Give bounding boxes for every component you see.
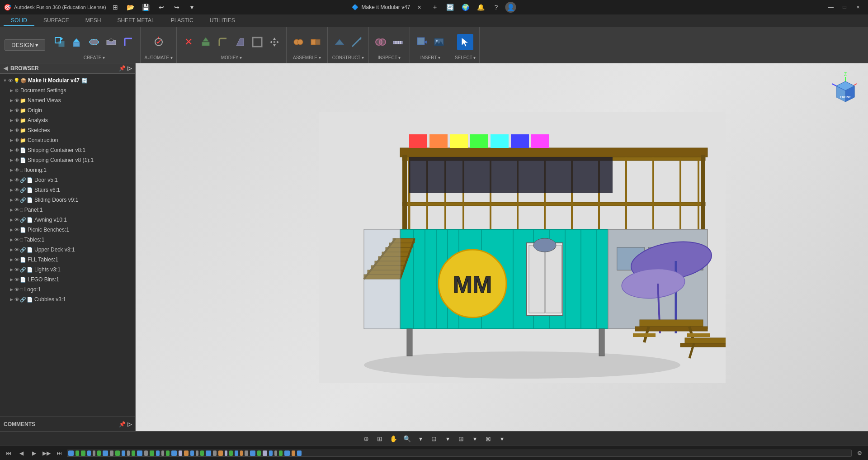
tab-solid[interactable]: SOLID (4, 15, 34, 26)
timeline-prev-icon[interactable]: ◀ (16, 448, 26, 458)
tree-item-analysis-arrow[interactable]: ▶ (8, 118, 14, 123)
tree-item-lego-arrow[interactable]: ▶ (8, 277, 14, 282)
tab-sheet-metal[interactable]: SHEET METAL (110, 15, 161, 26)
tree-item-upper-deck[interactable]: ▶ 👁 🔗 📄 Upper Deck v3:1 (0, 245, 135, 255)
minimize-button[interactable]: — (825, 3, 837, 12)
refresh-icon[interactable]: 🔄 (444, 1, 457, 14)
display-mode-icon[interactable]: ⊟ (428, 433, 440, 445)
tree-item-awning-arrow[interactable]: ▶ (8, 218, 14, 222)
tab-surface[interactable]: SURFACE (36, 15, 76, 26)
tree-root-arrow[interactable]: ▼ (2, 78, 8, 83)
axis-icon[interactable] (349, 34, 365, 50)
tree-item-upper-deck-arrow[interactable]: ▶ (8, 247, 14, 252)
image-insert-icon[interactable] (431, 34, 447, 50)
tree-item-construction-arrow[interactable]: ▶ (8, 138, 14, 142)
comments-expand-icon[interactable]: ▷ (127, 421, 132, 427)
tree-item-panel-arrow[interactable]: ▶ (8, 208, 14, 212)
tree-item-tables[interactable]: ▶ 👁 □ Tables:1 (0, 235, 135, 245)
tree-item-cubbies-arrow[interactable]: ▶ (8, 297, 14, 302)
tree-item-sketches-arrow[interactable]: ▶ (8, 128, 14, 133)
select-cursor-icon[interactable] (457, 34, 473, 50)
new-component-icon[interactable] (52, 34, 68, 50)
tree-item-fll-arrow[interactable]: ▶ (8, 257, 14, 262)
tree-item-doc-arrow[interactable]: ▶ (8, 88, 14, 93)
tab-utilities[interactable]: UTILITIES (203, 15, 242, 26)
tree-item-door-arrow[interactable]: ▶ (8, 178, 14, 182)
timeline-settings-icon[interactable]: ⚙ (854, 448, 864, 458)
user-icon[interactable]: 👤 (505, 2, 516, 13)
tab-close-icon[interactable]: × (413, 1, 426, 14)
visual-style-icon[interactable]: ⊠ (482, 433, 494, 445)
comments-pin-icon[interactable]: 📌 (119, 421, 126, 427)
tree-item-origin[interactable]: ▶ 👁 📁 Origin (0, 105, 135, 115)
assemble-icon2[interactable] (307, 34, 324, 50)
insert-arrow-icon[interactable] (414, 34, 430, 50)
model-canvas[interactable]: MM (136, 63, 868, 431)
view-cube[interactable]: Z FRONT (823, 72, 859, 109)
tree-item-shipping2[interactable]: ▶ 👁 📄 Shipping Container v8 (1):1 (0, 155, 135, 165)
tab-plastic[interactable]: PLASTIC (164, 15, 201, 26)
browser-collapse-icon[interactable]: ▷ (127, 65, 132, 71)
tree-item-doc-settings[interactable]: ▶ ⚙ Document Settings (0, 85, 135, 95)
timeline-next-icon[interactable]: ▶▶ (42, 448, 52, 458)
tree-item-logo[interactable]: ▶ 👁 □ Logo:1 (0, 285, 135, 294)
tree-item-cubbies[interactable]: ▶ 👁 🔗 📄 Cubbies v3:1 (0, 294, 135, 304)
tree-item-sliding-arrow[interactable]: ▶ (8, 198, 14, 202)
automate-icon[interactable] (151, 34, 167, 50)
tree-item-shipping2-arrow[interactable]: ▶ (8, 158, 14, 162)
tree-item-origin-arrow[interactable]: ▶ (8, 108, 14, 113)
hole-icon[interactable] (103, 34, 119, 50)
tree-item-sketches[interactable]: ▶ 👁 📁 Sketches (0, 125, 135, 135)
grid-dropdown[interactable]: ▾ (469, 433, 481, 445)
earth-icon[interactable]: 🌍 (459, 1, 472, 14)
add-tab-icon[interactable]: ＋ (429, 1, 441, 14)
tree-item-flooring-arrow[interactable]: ▶ (8, 168, 14, 172)
tree-item-picnic[interactable]: ▶ 👁 📄 Picnic Benches:1 (0, 225, 135, 235)
remove-icon[interactable]: ✕ (180, 34, 197, 50)
timeline-start-icon[interactable]: ⏮ (4, 448, 14, 458)
revolve-icon[interactable] (86, 34, 102, 50)
tree-item-awning[interactable]: ▶ 👁 🔗 📄 Awning v10:1 (0, 215, 135, 225)
shell-icon[interactable] (249, 34, 265, 50)
look-at-icon[interactable]: ⊞ (374, 433, 386, 445)
tree-item-shipping1[interactable]: ▶ 👁 📄 Shipping Container v8:1 (0, 145, 135, 155)
tree-item-door[interactable]: ▶ 👁 🔗 📄 Door v5:1 (0, 175, 135, 185)
move-icon[interactable] (266, 34, 283, 50)
tree-item-stairs[interactable]: ▶ 👁 🔗 📄 Stairs v6:1 (0, 185, 135, 195)
visual-dropdown[interactable]: ▾ (496, 433, 508, 445)
tree-item-lights[interactable]: ▶ 👁 🔗 📄 Lights v3:1 (0, 265, 135, 275)
browser-pin-icon[interactable]: 📌 (119, 65, 126, 71)
tree-item-lego[interactable]: ▶ 👁 📄 LEGO Bins:1 (0, 275, 135, 285)
design-dropdown[interactable]: DESIGN ▾ (5, 39, 45, 51)
tree-item-picnic-arrow[interactable]: ▶ (8, 228, 14, 232)
help-icon[interactable]: ? (490, 1, 503, 14)
tree-root[interactable]: ▼ 👁 💡 📦 Make it Modular v47 🔄 (0, 76, 135, 85)
measure-icon[interactable] (373, 34, 389, 50)
fillet-icon[interactable] (120, 34, 137, 50)
timeline-end-icon[interactable]: ⏭ (54, 448, 64, 458)
redo-icon[interactable]: ↪ (170, 1, 183, 14)
extrude-icon[interactable] (69, 34, 85, 50)
close-button[interactable]: × (852, 3, 864, 12)
tree-item-flooring[interactable]: ▶ 👁 □ flooring:1 (0, 165, 135, 175)
save-icon[interactable]: 💾 (140, 1, 152, 14)
browser-back-icon[interactable]: ◀ (4, 65, 8, 71)
open-icon[interactable]: 📂 (124, 1, 137, 14)
tree-item-shipping1-arrow[interactable]: ▶ (8, 148, 14, 152)
maximize-button[interactable]: □ (838, 3, 851, 12)
tree-item-tables-arrow[interactable]: ▶ (8, 237, 14, 242)
zoom-dropdown[interactable]: ▾ (415, 433, 426, 445)
tree-item-analysis[interactable]: ▶ 👁 📁 Analysis (0, 115, 135, 125)
tree-root-refresh[interactable]: 🔄 (81, 78, 88, 84)
tree-item-logo-arrow[interactable]: ▶ (8, 287, 14, 292)
ruler-icon[interactable] (390, 34, 406, 50)
tree-item-stairs-arrow[interactable]: ▶ (8, 188, 14, 192)
viewport[interactable]: MM (136, 63, 868, 431)
tree-item-construction[interactable]: ▶ 👁 📁 Construction (0, 135, 135, 145)
tree-item-sliding-doors[interactable]: ▶ 👁 🔗 📄 Sliding Doors v9:1 (0, 195, 135, 205)
fillet-modify-icon[interactable] (215, 34, 231, 50)
plane-icon[interactable] (331, 34, 348, 50)
undo-icon[interactable]: ↩ (155, 1, 168, 14)
tab-mesh[interactable]: MESH (78, 15, 108, 26)
timeline-track[interactable] (67, 450, 852, 457)
